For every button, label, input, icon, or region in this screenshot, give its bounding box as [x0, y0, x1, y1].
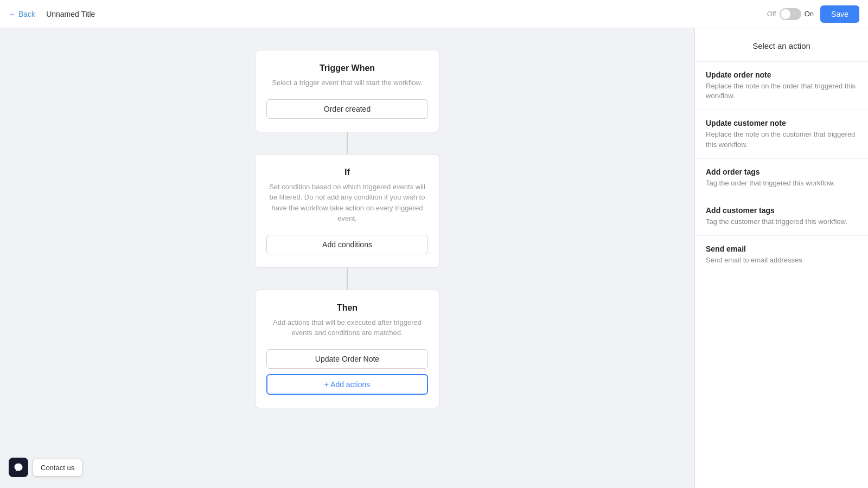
action-item-title-3: Add customer tags	[706, 206, 857, 215]
if-title: If	[266, 168, 428, 177]
trigger-title: Trigger When	[266, 63, 428, 73]
action-item-2[interactable]: Add order tags Tag the order that trigge…	[695, 159, 868, 197]
action-item-1[interactable]: Update customer note Replace the note on…	[695, 110, 868, 158]
action-item-title-0: Update order note	[706, 70, 857, 79]
action-item-title-4: Send email	[706, 245, 857, 253]
main-layout: Trigger When Select a trigger event that…	[0, 28, 868, 488]
toggle-on-label: On	[805, 10, 814, 18]
action-item-desc-2: Tag the order that triggered this workfl…	[706, 178, 857, 188]
action-item-title-1: Update customer note	[706, 119, 857, 127]
topbar: ← Back Off On Save	[0, 0, 868, 28]
contact-us-button[interactable]: Contact us	[33, 459, 82, 477]
add-actions-button[interactable]: + Add actions	[266, 374, 428, 395]
if-desc: Set condition based on which triggered e…	[266, 182, 428, 224]
action-item-title-2: Add order tags	[706, 168, 857, 176]
action-list: Update order note Replace the note on th…	[695, 62, 868, 274]
save-button[interactable]: Save	[820, 5, 859, 23]
right-panel: Select an action Update order note Repla…	[694, 28, 868, 488]
toggle-switch[interactable]	[780, 8, 801, 20]
trigger-block: Trigger When Select a trigger event that…	[255, 50, 439, 132]
then-desc: Add actions that will be executed after …	[266, 317, 428, 338]
action-item-3[interactable]: Add customer tags Tag the customer that …	[695, 197, 868, 236]
action-item-desc-1: Replace the note on the customer that tr…	[706, 130, 857, 149]
back-button[interactable]: ← Back	[9, 10, 35, 18]
back-arrow-icon: ←	[9, 10, 16, 18]
add-conditions-button[interactable]: Add conditions	[266, 235, 428, 254]
panel-header: Select an action	[695, 28, 868, 62]
action-item-desc-0: Replace the note on the order that trigg…	[706, 81, 857, 101]
trigger-desc: Select a trigger event that will start t…	[266, 78, 428, 88]
then-title: Then	[266, 303, 428, 313]
connector-1	[347, 132, 348, 154]
action-item-4[interactable]: Send email Send email to email addresses…	[695, 236, 868, 274]
then-block: Then Add actions that will be executed a…	[255, 290, 439, 408]
canvas: Trigger When Select a trigger event that…	[0, 28, 694, 488]
connector-2	[347, 268, 348, 290]
order-created-button[interactable]: Order created	[266, 99, 428, 119]
contact-us-area: Contact us	[9, 458, 82, 477]
chat-icon	[9, 458, 28, 477]
toggle-off-label: Off	[767, 10, 776, 18]
workflow-title-input[interactable]	[42, 7, 761, 22]
action-item-desc-4: Send email to email addresses.	[706, 255, 857, 265]
toggle-knob	[781, 9, 790, 19]
action-item-0[interactable]: Update order note Replace the note on th…	[695, 62, 868, 110]
if-block: If Set condition based on which triggere…	[255, 154, 439, 268]
update-order-note-button[interactable]: Update Order Note	[266, 349, 428, 369]
back-label: Back	[18, 10, 35, 18]
toggle-area: Off On	[767, 8, 814, 20]
action-item-desc-3: Tag the customer that triggered this wor…	[706, 217, 857, 227]
